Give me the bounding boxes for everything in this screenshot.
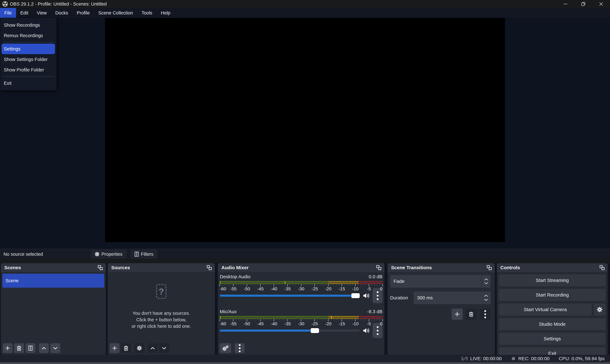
preview-area: Show Recordings Remux Recordings Setting…	[0, 18, 610, 249]
file-menu-settings[interactable]: Settings	[1, 44, 55, 54]
mixer-options-button[interactable]	[235, 343, 244, 353]
popout-icon[interactable]	[376, 265, 381, 270]
virtual-camera-config-button[interactable]	[594, 303, 606, 316]
start-virtual-camera-button[interactable]: Start Virtual Camera	[499, 303, 592, 316]
rec-time: REC: 00:00:00	[518, 356, 550, 361]
controls-panel: Controls Start Streaming Start Recording…	[497, 263, 608, 355]
toolbar-separator	[146, 344, 146, 352]
file-menu-show-recordings[interactable]: Show Recordings	[0, 20, 56, 30]
filters-label: Filters	[141, 252, 153, 257]
source-up-button[interactable]	[148, 343, 158, 353]
restore-button[interactable]	[574, 0, 592, 8]
gear-icon	[137, 346, 142, 351]
audio-mixer-toolbar	[218, 341, 384, 355]
scene-down-button[interactable]	[50, 343, 60, 353]
minimize-button[interactable]	[557, 0, 574, 8]
menu-tools[interactable]: Tools	[137, 8, 157, 18]
no-source-status: No source selected	[3, 252, 43, 257]
audio-mixer-body: Desktop Audio 0.0 dB -60-55-50-45-40-35-…	[218, 272, 384, 341]
remove-transition-button[interactable]	[466, 309, 477, 320]
chevron-up-icon	[484, 278, 488, 281]
sources-empty-state[interactable]: ? You don't have any sources. Click the …	[108, 272, 215, 341]
controls-title: Controls	[500, 265, 520, 270]
menu-profile[interactable]: Profile	[72, 8, 94, 18]
properties-button[interactable]: Properties	[91, 249, 126, 259]
trash-icon	[17, 345, 21, 351]
chevron-up-icon[interactable]	[484, 295, 488, 297]
properties-label: Properties	[101, 252, 122, 257]
volume-slider-handle[interactable]	[311, 328, 319, 333]
menu-separator	[3, 42, 54, 42]
empty-line-2: Click the + button below,	[136, 316, 186, 323]
volume-slider-handle[interactable]	[351, 293, 360, 298]
window-title: OBS 29.1.2 - Profile: Untitled - Scenes:…	[10, 1, 107, 7]
popout-icon[interactable]	[487, 265, 492, 270]
exit-button[interactable]: Exit	[499, 347, 606, 355]
speaker-icon[interactable]	[363, 328, 369, 334]
scene-name: Scene	[6, 278, 19, 283]
duration-spinbox[interactable]: 300 ms	[414, 291, 491, 304]
volume-meter	[220, 281, 382, 284]
filters-button[interactable]: Filters	[130, 249, 157, 259]
menu-docks[interactable]: Docks	[51, 8, 72, 18]
close-button[interactable]	[592, 0, 610, 8]
remove-scene-button[interactable]	[14, 343, 24, 353]
speaker-icon[interactable]	[363, 293, 369, 299]
stream-inactive-icon	[461, 356, 468, 362]
window-bottom-edge	[0, 362, 610, 364]
settings-button[interactable]: Settings	[499, 333, 606, 345]
menu-bar: File Edit View Docks Profile Scene Colle…	[0, 8, 610, 18]
file-menu-remux-recordings[interactable]: Remux Recordings	[0, 30, 56, 41]
advanced-audio-button[interactable]	[220, 343, 231, 353]
add-icon	[454, 312, 460, 317]
transition-selected-value: Fade	[390, 279, 404, 284]
menu-file[interactable]: File	[0, 8, 16, 18]
source-properties-button[interactable]	[135, 343, 144, 353]
menu-help[interactable]: Help	[157, 8, 175, 18]
duration-label: Duration	[390, 295, 414, 300]
scene-transitions-title: Scene Transitions	[391, 265, 432, 270]
add-transition-button[interactable]	[452, 309, 463, 320]
popout-icon[interactable]	[206, 265, 212, 270]
menu-scene-collection[interactable]: Scene Collection	[94, 8, 137, 18]
volume-slider[interactable]	[220, 330, 360, 332]
scene-up-button[interactable]	[39, 343, 49, 353]
remove-source-button[interactable]	[121, 343, 131, 353]
start-streaming-button[interactable]: Start Streaming	[499, 274, 606, 286]
menu-edit[interactable]: Edit	[16, 8, 33, 18]
restore-icon	[581, 2, 585, 6]
transition-select[interactable]: Fade	[390, 275, 491, 288]
volume-slider[interactable]	[220, 295, 360, 297]
double-gear-icon	[222, 345, 229, 351]
channel-level-db: -8.3 dB	[367, 309, 382, 314]
scene-list-item[interactable]: Scene	[2, 274, 104, 288]
file-menu-show-settings-folder[interactable]: Show Settings Folder	[0, 54, 56, 65]
source-down-button[interactable]	[159, 343, 169, 353]
scene-filters-button[interactable]	[26, 343, 35, 353]
chevron-down-icon[interactable]	[484, 299, 488, 301]
preview-canvas[interactable]	[105, 18, 505, 242]
popout-icon[interactable]	[97, 265, 103, 270]
select-arrows	[481, 275, 491, 288]
mixer-channel-mic-aux: Mic/Aux -8.3 dB -60-55-50-45-40-35-30-25…	[220, 308, 382, 334]
cpu-fps-stats: CPU: 0.0%, 59.94 fps	[559, 356, 605, 361]
add-source-button[interactable]	[110, 343, 120, 353]
menu-view[interactable]: View	[33, 8, 51, 18]
file-menu-exit[interactable]: Exit	[0, 78, 56, 88]
popout-icon[interactable]	[599, 265, 605, 270]
audio-mixer-panel-header: Audio Mixer	[218, 263, 384, 272]
gear-icon	[597, 307, 602, 312]
start-recording-button[interactable]: Start Recording	[499, 289, 606, 301]
file-menu-show-profile-folder[interactable]: Show Profile Folder	[0, 65, 56, 75]
volume-slider-fill	[220, 330, 315, 332]
sources-title: Sources	[111, 265, 130, 270]
add-scene-button[interactable]	[3, 343, 13, 353]
sources-panel-header: Sources	[108, 263, 215, 272]
gear-icon	[95, 252, 99, 257]
mixer-channel-desktop-audio: Desktop Audio 0.0 dB -60-55-50-45-40-35-…	[220, 273, 382, 299]
dock-panels: Scenes Scene Sources ? You don't have an…	[0, 263, 610, 355]
meter-scale: -60-55-50-45-40-35-30-25-20-15-10-50	[220, 284, 382, 291]
transition-options-button[interactable]	[480, 309, 491, 320]
studio-mode-button[interactable]: Studio Mode	[499, 318, 606, 330]
title-bar: OBS 29.1.2 - Profile: Untitled - Scenes:…	[0, 0, 610, 8]
